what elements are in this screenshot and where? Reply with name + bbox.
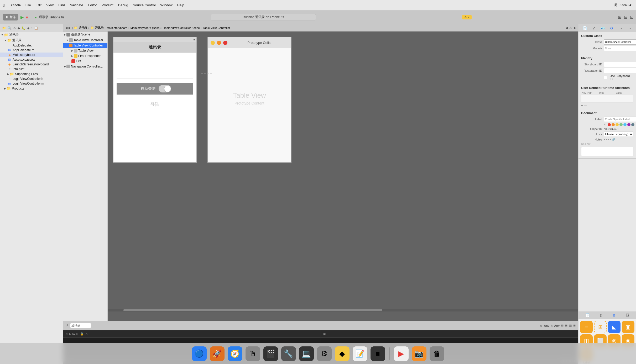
device-label[interactable]: iPhone 6s [50, 15, 64, 19]
nav-folder-icon[interactable]: 📁 [2, 26, 6, 30]
menu-help[interactable]: Help [177, 3, 184, 7]
menu-source-control[interactable]: Source Control [133, 3, 156, 7]
scene-item-nav-controller[interactable]: ▶ Navigation Controller... [63, 64, 107, 69]
color-x-btn[interactable]: ✕ [604, 123, 606, 126]
nav-item-launch-storyboard[interactable]: ◈ LaunchScreen.storyboard [0, 62, 63, 67]
scene-item-table-view[interactable]: ▶ Table View [63, 48, 107, 53]
dock-rocket[interactable]: 🚀 [210, 346, 225, 361]
stop-button[interactable]: ■ [26, 15, 28, 19]
nav-item-appdelegate-m[interactable]: m AppDelegate.m [0, 48, 63, 53]
size-inspector-icon[interactable]: ↔ [619, 26, 623, 30]
output-icon[interactable]: ▣ [323, 332, 326, 336]
lib-file-icon[interactable]: 📄 [586, 313, 590, 317]
editor-fwd-icon[interactable]: ▷ [76, 332, 79, 336]
lock-select[interactable]: Inherited - (Nothing) [604, 132, 633, 137]
color-gray[interactable] [631, 123, 634, 126]
menu-xcode[interactable]: Xcode [11, 3, 21, 7]
editor-lock-icon[interactable]: 🔒 [80, 332, 84, 336]
warning-badge[interactable]: ⚠ 2 [462, 15, 471, 19]
nav-item-assets[interactable]: ⊡ Assets.xcassets [0, 57, 63, 62]
lib-media-icon[interactable]: 🎞 [625, 313, 629, 317]
nav-item-loginvc-m[interactable]: m LoginViewController.m [0, 81, 63, 86]
layout-icon-1[interactable]: ⊡ [561, 324, 564, 327]
storyboard-id-input[interactable] [604, 62, 636, 67]
nav-item-main-storyboard[interactable]: ◈ Main.storyboard [0, 53, 63, 57]
dock-terminal[interactable]: 💻 [299, 346, 314, 361]
dock-notes[interactable]: 📝 [353, 346, 367, 361]
nav-back-btn[interactable]: ◀ [65, 26, 67, 30]
doc-label-input[interactable] [604, 117, 636, 122]
quick-help-icon[interactable]: ? [593, 26, 595, 30]
notes-align-right[interactable]: ≡ [608, 138, 609, 141]
breadcrumb-tongxunlu1[interactable]: 通讯录 [79, 26, 87, 30]
input-field-2[interactable] [117, 68, 193, 79]
nav-prev-issue-icon[interactable]: ◀ [565, 26, 568, 30]
notes-textarea[interactable] [581, 147, 633, 156]
identity-inspector-icon[interactable]: 🪪 [600, 26, 605, 30]
breadcrumb-tv-controller[interactable]: Table View Controller [203, 26, 230, 29]
lib-item-1[interactable]: ≡ [580, 321, 593, 333]
nav-next-issue-icon[interactable]: ▶ [574, 26, 576, 30]
menu-product[interactable]: Product [102, 3, 113, 7]
color-lightblue[interactable] [623, 123, 627, 126]
dock-prefs[interactable]: ⚙ [317, 346, 332, 361]
add-runtime-attr-btn[interactable]: + [581, 104, 583, 107]
breadcrumb-main-storyboard[interactable]: Main.storyboard [107, 26, 127, 29]
layout-icon-4[interactable]: ⊟ [573, 324, 576, 327]
menu-view[interactable]: View [46, 3, 54, 7]
color-orange[interactable] [612, 123, 615, 126]
nav-item-products[interactable]: ▶ 📁 Products [0, 86, 63, 91]
nav-git-icon[interactable]: ↕ [31, 26, 33, 30]
nav-item-tongxunlu[interactable]: ▼ 📁 通讯录 [0, 38, 63, 43]
nav-warning-icon[interactable]: ⚠ [13, 26, 16, 30]
canvas-zoom-back[interactable]: ↺ [66, 324, 68, 327]
h-scroll-thumb[interactable] [123, 309, 382, 311]
lib-item-2[interactable]: ⊞ [594, 321, 607, 333]
notes-link-icon[interactable]: 🔗 [612, 138, 615, 141]
menu-debug[interactable]: Debug [118, 3, 128, 7]
menu-edit[interactable]: Edit [36, 3, 41, 7]
dock-camera[interactable]: 📷 [412, 346, 426, 361]
apple-menu[interactable]:  [3, 3, 5, 8]
h-scrollbar[interactable] [108, 309, 578, 311]
notes-align-center[interactable]: ≡ [606, 138, 607, 141]
module-input[interactable] [604, 46, 636, 51]
layout-icon-3[interactable]: ◫ [569, 324, 572, 327]
dock-player[interactable]: ▶ [394, 346, 409, 361]
notes-align-justify[interactable]: ≡ [610, 138, 612, 141]
lib-code-icon[interactable]: {} [600, 313, 602, 317]
scene-item-first-responder[interactable]: ▶ First Responder [63, 53, 107, 59]
dock-sketch[interactable]: ◆ [335, 346, 350, 361]
dock-mouse[interactable]: 🖱 [246, 346, 260, 361]
scene-item-tvc[interactable]: ▼ Table View Controller... [63, 38, 107, 43]
nav-item-root[interactable]: ▼ 📁 通讯录 [0, 32, 63, 38]
menu-editor[interactable]: Editor [88, 3, 97, 7]
scene-item-exit[interactable]: Exit [63, 59, 107, 64]
input-field-1[interactable] [117, 57, 193, 67]
nav-item-loginvc-h[interactable]: h LoginViewController.h [0, 76, 63, 81]
class-input[interactable] [604, 39, 636, 45]
connections-icon[interactable]: → [628, 26, 632, 30]
warning-nav-icon[interactable]: ⚠ [569, 26, 572, 30]
toggle-debug-icon[interactable]: ⊟ [624, 15, 627, 20]
menu-file[interactable]: File [25, 3, 31, 7]
file-inspector-icon[interactable]: 📄 [583, 26, 587, 30]
lib-component-icon[interactable]: ⊞ [612, 313, 615, 317]
layout-icon-2[interactable]: ⊞ [565, 324, 567, 327]
scene-item-tv-controller[interactable]: Table View Controller [63, 43, 107, 48]
toggle-container[interactable]: 自动登陆: [138, 83, 193, 95]
play-button[interactable]: ▶ [20, 15, 24, 20]
toggle-navigator-icon[interactable]: ⊞ [618, 15, 621, 20]
dock-finder[interactable]: 🔵 [192, 346, 207, 361]
breadcrumb-tongxunlu2[interactable]: 通讯录 [95, 26, 104, 30]
remove-runtime-attr-btn[interactable]: — [584, 104, 587, 107]
notes-align-left[interactable]: ≡ [604, 138, 605, 141]
nav-item-appdelegate-h[interactable]: h AppDelegate.h [0, 43, 63, 48]
pause-button[interactable]: ⏸ 暂停 [3, 14, 18, 20]
menu-window[interactable]: Window [160, 3, 173, 7]
toggle-switch[interactable] [159, 85, 171, 92]
dock-safari[interactable]: 🧭 [228, 346, 242, 361]
attributes-icon[interactable]: ⚙ [610, 26, 613, 30]
nav-test-icon[interactable]: ◆ [18, 26, 20, 30]
nav-search-icon[interactable]: 🔍 [8, 26, 12, 30]
